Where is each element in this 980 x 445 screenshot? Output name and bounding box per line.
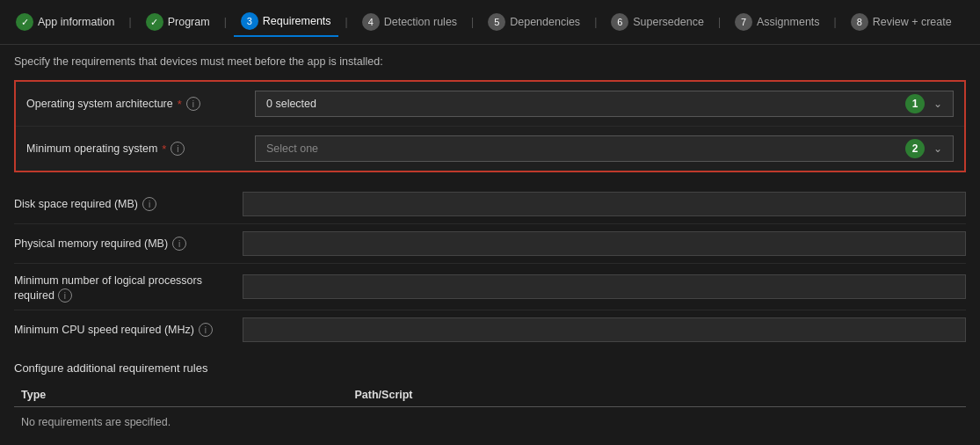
nav-label-review-create: Review + create — [873, 16, 952, 28]
min-os-control: Select one 2 ⌄ — [255, 135, 954, 162]
table-row: No requirements are specified. — [14, 407, 966, 438]
min-os-value: Select one — [266, 142, 318, 155]
nav-divider-4: | — [469, 16, 475, 28]
nav-divider-2: | — [222, 16, 229, 28]
nav-label-detection-rules: Detection rules — [384, 16, 457, 28]
min-os-badge: 2 — [905, 139, 925, 158]
optional-fields-section: Disk space required (MB) i Physical memo… — [14, 185, 966, 349]
nav-divider-1: | — [127, 16, 134, 28]
nav-item-program[interactable]: ✓ Program — [139, 8, 217, 36]
nav-icon-detection-rules: 4 — [362, 13, 380, 31]
additional-requirements-section: Configure additional requirement rules T… — [14, 361, 966, 445]
disk-space-label: Disk space required (MB) i — [14, 197, 243, 211]
requirements-table: Type Path/Script No requirements are spe… — [14, 383, 966, 437]
physical-memory-info-icon[interactable]: i — [172, 237, 186, 251]
main-content: Specify the requirements that devices mu… — [0, 45, 980, 445]
os-architecture-dropdown[interactable]: 0 selected 1 ⌄ — [255, 91, 954, 117]
disk-space-control — [243, 192, 966, 216]
nav-icon-dependencies: 5 — [488, 13, 505, 31]
nav-icon-supersedence: 6 — [611, 13, 628, 31]
nav-item-app-information[interactable]: ✓ App information — [9, 8, 122, 36]
nav-item-supersedence[interactable]: 6 Supersedence — [604, 8, 711, 36]
os-architecture-chevron-icon: ⌄ — [933, 98, 942, 110]
nav-divider-6: | — [716, 16, 722, 28]
nav-divider-3: | — [344, 16, 350, 28]
physical-memory-input[interactable] — [243, 231, 966, 256]
nav-icon-app-information: ✓ — [16, 13, 33, 31]
disk-space-info-icon[interactable]: i — [142, 197, 156, 211]
os-architecture-badge: 1 — [905, 94, 925, 113]
column-path-script: Path/Script — [348, 383, 966, 407]
disk-space-input[interactable] — [243, 192, 966, 216]
required-fields-section: Operating system architecture * i 0 sele… — [14, 80, 966, 172]
nav-icon-requirements: 3 — [241, 12, 258, 30]
min-os-required-star: * — [162, 142, 166, 156]
min-os-label: Minimum operating system * i — [26, 142, 255, 156]
os-architecture-info-icon[interactable]: i — [186, 97, 200, 111]
min-cpu-speed-input[interactable] — [243, 317, 966, 342]
min-os-row: Minimum operating system * i Select one … — [16, 127, 964, 171]
min-os-chevron-icon: ⌄ — [933, 142, 942, 155]
nav-icon-assignments: 7 — [735, 13, 752, 31]
min-cpu-speed-row: Minimum CPU speed required (MHz) i — [14, 310, 966, 349]
nav-item-requirements[interactable]: 3 Requirements — [234, 7, 338, 37]
min-cpu-speed-label: Minimum CPU speed required (MHz) i — [14, 323, 243, 337]
os-architecture-row: Operating system architecture * i 0 sele… — [16, 82, 964, 127]
min-cpu-speed-control — [243, 317, 966, 342]
table-header-row: Type Path/Script — [14, 383, 966, 407]
physical-memory-row: Physical memory required (MB) i — [14, 224, 966, 264]
min-logical-processors-row: Minimum number of logical processors req… — [14, 264, 966, 310]
column-type: Type — [14, 383, 348, 407]
nav-icon-program: ✓ — [146, 13, 163, 31]
nav-item-dependencies[interactable]: 5 Dependencies — [481, 8, 587, 36]
nav-label-assignments: Assignments — [757, 16, 820, 28]
configure-title: Configure additional requirement rules — [14, 361, 966, 375]
min-logical-processors-input[interactable] — [243, 274, 966, 299]
disk-space-row: Disk space required (MB) i — [14, 185, 966, 224]
min-cpu-speed-info-icon[interactable]: i — [199, 323, 213, 337]
os-architecture-control: 0 selected 1 ⌄ — [255, 91, 954, 117]
nav-label-supersedence: Supersedence — [633, 16, 704, 28]
nav-icon-review-create: 8 — [851, 13, 868, 31]
nav-label-app-information: App information — [38, 16, 115, 28]
nav-label-dependencies: Dependencies — [510, 16, 580, 28]
nav-item-review-create[interactable]: 8 Review + create — [844, 8, 959, 36]
physical-memory-label: Physical memory required (MB) i — [14, 237, 243, 251]
min-os-dropdown[interactable]: Select one 2 ⌄ — [255, 135, 954, 162]
os-architecture-label: Operating system architecture * i — [26, 97, 255, 111]
nav-divider-5: | — [592, 16, 599, 28]
empty-message: No requirements are specified. — [14, 407, 966, 438]
os-architecture-required-star: * — [178, 98, 182, 111]
page-subtitle: Specify the requirements that devices mu… — [14, 55, 966, 68]
nav-item-detection-rules[interactable]: 4 Detection rules — [355, 8, 464, 36]
os-architecture-value: 0 selected — [266, 98, 316, 110]
top-navigation: ✓ App information | ✓ Program | 3 Requir… — [0, 0, 980, 45]
min-logical-processors-label: Minimum number of logical processors req… — [14, 274, 243, 303]
nav-label-program: Program — [168, 16, 210, 28]
nav-item-assignments[interactable]: 7 Assignments — [728, 8, 827, 36]
min-logical-processors-label-line1: Minimum number of logical processors — [14, 274, 202, 287]
min-logical-processors-label-line2: required i — [14, 288, 72, 303]
min-logical-processors-control — [243, 274, 966, 299]
physical-memory-control — [243, 231, 966, 256]
min-os-info-icon[interactable]: i — [171, 142, 185, 156]
nav-divider-7: | — [832, 16, 838, 28]
nav-label-requirements: Requirements — [263, 15, 331, 27]
min-logical-processors-info-icon[interactable]: i — [58, 288, 72, 303]
